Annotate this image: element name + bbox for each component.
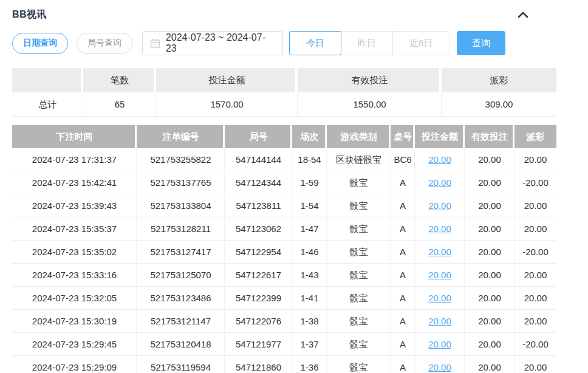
collapse-button[interactable] bbox=[518, 11, 528, 18]
cell-payout: 20.00 bbox=[514, 194, 556, 217]
summary-total-count: 65 bbox=[83, 92, 156, 117]
cell-round-id: 547121860 bbox=[225, 356, 292, 373]
cell-bet-amount: 20.00 bbox=[415, 264, 465, 287]
cell-payout: 20.00 bbox=[514, 356, 556, 373]
cell-bet-id: 521753128211 bbox=[137, 217, 225, 241]
records-col-table-id: 桌号 bbox=[391, 125, 415, 148]
table-row: 2024-07-23 15:35:02521753127417547122954… bbox=[12, 241, 556, 264]
cell-round-id: 547121977 bbox=[225, 333, 292, 356]
cell-bet-id: 521753127417 bbox=[137, 241, 225, 264]
chevron-up-icon bbox=[518, 11, 528, 18]
cell-payout: 20.00 bbox=[514, 264, 556, 287]
cell-valid-bet: 20.00 bbox=[465, 148, 514, 171]
summary-col-payout: 派彩 bbox=[442, 68, 556, 92]
table-row: 2024-07-23 15:29:45521753120418547121977… bbox=[12, 333, 556, 356]
cell-session: 1-37 bbox=[292, 333, 327, 356]
cell-game-type: 骰宝 bbox=[327, 310, 391, 333]
cell-payout: -20.00 bbox=[514, 333, 556, 356]
bet-amount-link[interactable]: 20.00 bbox=[428, 270, 451, 280]
bet-amount-link[interactable]: 20.00 bbox=[428, 154, 451, 165]
cell-bet-id: 521753125070 bbox=[137, 264, 225, 287]
page-title: BB视讯 bbox=[12, 9, 47, 21]
bet-amount-link[interactable]: 20.00 bbox=[428, 339, 451, 349]
summary-table: 笔数 投注金额 有效投注 派彩 总计 65 1570.00 1550.00 30… bbox=[12, 68, 556, 117]
cell-valid-bet: 20.00 bbox=[465, 217, 514, 241]
cell-valid-bet: 20.00 bbox=[465, 171, 514, 194]
records-col-valid-bet: 有效投注 bbox=[465, 125, 514, 148]
bet-amount-link[interactable]: 20.00 bbox=[428, 200, 451, 211]
cell-bet-time: 2024-07-23 15:32:05 bbox=[12, 287, 137, 310]
cell-table-id: A bbox=[391, 310, 415, 333]
cell-bet-id: 521753121147 bbox=[137, 310, 225, 333]
cell-payout: -20.00 bbox=[514, 171, 556, 194]
cell-round-id: 547123062 bbox=[225, 217, 292, 241]
cell-bet-id: 521753119594 bbox=[137, 356, 225, 373]
records-col-round-id: 局号 bbox=[225, 125, 292, 148]
bet-amount-link[interactable]: 20.00 bbox=[428, 293, 451, 303]
cell-bet-id: 521753120418 bbox=[137, 333, 225, 356]
bet-amount-link[interactable]: 20.00 bbox=[428, 316, 451, 326]
summary-total-payout: 309.00 bbox=[442, 92, 556, 117]
cell-payout: 20.00 bbox=[514, 287, 556, 310]
date-range-input[interactable]: 2024-07-23 ~ 2024-07-23 bbox=[142, 31, 283, 55]
cell-session: 1-38 bbox=[292, 310, 327, 333]
tab-date-query[interactable]: 日期查询 bbox=[12, 33, 68, 54]
cell-session: 1-59 bbox=[292, 171, 327, 194]
cell-bet-amount: 20.00 bbox=[415, 333, 465, 356]
cell-round-id: 547124344 bbox=[225, 171, 292, 194]
cell-payout: 20.00 bbox=[514, 217, 556, 241]
range-today-button[interactable]: 今日 bbox=[289, 31, 341, 55]
cell-table-id: A bbox=[391, 333, 415, 356]
cell-table-id: A bbox=[391, 287, 415, 310]
table-row: 2024-07-23 15:39:43521753133804547123811… bbox=[12, 194, 556, 217]
cell-valid-bet: 20.00 bbox=[465, 264, 514, 287]
cell-bet-time: 2024-07-23 15:42:41 bbox=[12, 171, 137, 194]
summary-total-label: 总计 bbox=[12, 92, 83, 117]
cell-round-id: 547144144 bbox=[225, 148, 292, 171]
bet-amount-link[interactable]: 20.00 bbox=[428, 362, 451, 372]
cell-bet-time: 2024-07-23 15:30:19 bbox=[12, 310, 137, 333]
cell-bet-time: 2024-07-23 15:29:09 bbox=[12, 356, 137, 373]
bet-amount-link[interactable]: 20.00 bbox=[428, 224, 451, 234]
cell-bet-time: 2024-07-23 15:35:02 bbox=[12, 241, 137, 264]
cell-session: 1-54 bbox=[292, 194, 327, 217]
cell-bet-amount: 20.00 bbox=[415, 356, 465, 373]
cell-valid-bet: 20.00 bbox=[465, 333, 514, 356]
cell-game-type: 骰宝 bbox=[327, 194, 391, 217]
cell-valid-bet: 20.00 bbox=[465, 241, 514, 264]
cell-table-id: A bbox=[391, 356, 415, 373]
cell-bet-amount: 20.00 bbox=[415, 217, 465, 241]
cell-payout: -20.00 bbox=[514, 241, 556, 264]
cell-bet-amount: 20.00 bbox=[415, 287, 465, 310]
range-yesterday-button[interactable]: 昨日 bbox=[341, 31, 393, 55]
tab-round-query[interactable]: 局号查询 bbox=[77, 33, 132, 54]
cell-bet-amount: 20.00 bbox=[415, 310, 465, 333]
cell-valid-bet: 20.00 bbox=[465, 194, 514, 217]
cell-bet-time: 2024-07-23 15:29:45 bbox=[12, 333, 137, 356]
cell-game-type: 骰宝 bbox=[327, 287, 391, 310]
range-last8days-button[interactable]: 近8日 bbox=[392, 31, 450, 55]
bet-amount-link[interactable]: 20.00 bbox=[428, 247, 451, 257]
cell-table-id: A bbox=[391, 217, 415, 241]
cell-session: 1-46 bbox=[292, 241, 327, 264]
cell-bet-time: 2024-07-23 15:33:16 bbox=[12, 264, 137, 287]
cell-bet-time: 2024-07-23 15:39:43 bbox=[12, 194, 137, 217]
cell-game-type: 骰宝 bbox=[327, 241, 391, 264]
bb-video-panel: BB视讯 日期查询 局号查询 2024-07-23 ~ 2024-07-23 bbox=[0, 0, 569, 373]
table-row: 2024-07-23 15:32:05521753123486547122399… bbox=[12, 287, 556, 310]
records-col-bet-id: 注单编号 bbox=[137, 125, 225, 148]
cell-game-type: 骰宝 bbox=[327, 356, 391, 373]
cell-round-id: 547122076 bbox=[225, 310, 292, 333]
table-row: 2024-07-23 15:42:41521753137765547124344… bbox=[12, 171, 556, 194]
cell-round-id: 547123811 bbox=[225, 194, 292, 217]
cell-session: 1-41 bbox=[292, 287, 327, 310]
cell-bet-amount: 20.00 bbox=[415, 194, 465, 217]
cell-session: 18-54 bbox=[292, 148, 327, 171]
search-button[interactable]: 查询 bbox=[457, 31, 505, 55]
records-col-bet-time: 下注时间 bbox=[12, 125, 137, 148]
cell-session: 1-47 bbox=[292, 217, 327, 241]
summary-col-valid-bet: 有效投注 bbox=[298, 68, 442, 92]
bet-amount-link[interactable]: 20.00 bbox=[428, 177, 451, 188]
summary-total-bet-amount: 1570.00 bbox=[156, 92, 298, 117]
cell-round-id: 547122954 bbox=[225, 241, 292, 264]
